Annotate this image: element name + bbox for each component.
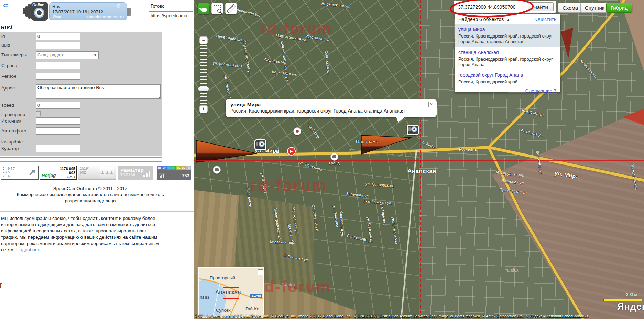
zoom-in-button[interactable]: + xyxy=(199,105,208,113)
camera-lens-icon xyxy=(34,8,44,18)
weekday-strip: ВТСРЧТПТСБВСПН xyxy=(157,166,191,170)
source-label: Источник xyxy=(1,118,21,124)
find-button[interactable]: Найти xyxy=(528,2,554,11)
visit-counter-badge[interactable]: 2 947 975 756 ↗ xyxy=(1,166,39,180)
layer-satellite-button[interactable]: Спутник xyxy=(580,3,609,13)
flash-ring-icon xyxy=(117,4,120,8)
attribution-text: ЭКС», Includes material © DigitalGlobe, … xyxy=(195,314,546,318)
url-input[interactable] xyxy=(149,11,193,20)
panorama-play-marker[interactable]: ▶ xyxy=(287,147,296,156)
rambler-top100-badge[interactable]: Рамблер ТОП100 xyxy=(118,166,153,180)
lastupdate-label: lastupdate xyxy=(1,139,23,145)
form-row-source: Источник xyxy=(0,117,162,126)
search-input[interactable] xyxy=(456,3,525,11)
map-street-label: Киевский пер. xyxy=(270,240,295,245)
zoom-out-button[interactable]: − xyxy=(199,36,208,44)
rd-forum-watermark: rd-forum xyxy=(250,176,327,195)
clear-results-link[interactable]: Очистить xyxy=(535,17,556,22)
zoom-slider-thumb[interactable] xyxy=(198,87,209,91)
shop-marker[interactable] xyxy=(213,166,221,174)
balloon-title: улица Мира xyxy=(230,102,426,107)
section-title: Rus/ xyxy=(1,24,12,30)
form-row-camera-type: Тип камеры Стац. радар ▼ xyxy=(0,51,162,60)
minimap-place-label: Просторный xyxy=(210,275,235,280)
map-street-label: Панорама xyxy=(356,139,379,144)
ruler-tool-button[interactable] xyxy=(225,3,237,14)
minimap[interactable]: ПросторныйАнапскаяапаСупсехГай-Ко А-290 … xyxy=(198,267,264,318)
hotlog-logo: Hot xyxy=(42,173,49,178)
layer-hybrid-button[interactable]: Гибрид xyxy=(606,3,632,13)
id-input[interactable] xyxy=(36,33,80,40)
result-title-link[interactable]: улица Мира xyxy=(458,26,485,32)
counter-value: +757 xyxy=(60,175,75,179)
minimap-collapse-button[interactable]: − xyxy=(258,269,263,275)
yandex-watermark: Yandex xyxy=(505,268,519,273)
stats-counter-badge[interactable]: 15194 592 1 ♟♟♟ xyxy=(78,166,116,180)
counter-badges: 2 947 975 756 ↗ 1176 695 608 +757 Hot∫og… xyxy=(1,166,193,180)
back-link[interactable]: <= xyxy=(3,3,8,8)
speedcam-cone-east xyxy=(623,109,644,125)
id-label: id xyxy=(1,34,5,39)
form-row-photo-author: Автор фото xyxy=(0,127,162,136)
balloon-description: Россия, Краснодарский край, городской ок… xyxy=(230,108,426,114)
yandex-logo: Яндекс xyxy=(617,301,644,312)
result-title-link[interactable]: городской округ Город Анапа xyxy=(458,72,523,78)
counter-value: 1 xyxy=(80,175,90,179)
table-name: Rus xyxy=(52,4,124,9)
top100-label: ТОП100 xyxy=(120,173,135,177)
uuid-label: uuid xyxy=(1,43,10,48)
weekday-informer-badge[interactable]: ВТСРЧТПТСБВСПН 753 xyxy=(157,166,191,180)
country-input[interactable] xyxy=(36,62,80,69)
next-results-link[interactable]: Следующие 3 xyxy=(455,87,560,96)
map-street-label: Анапская xyxy=(407,168,436,175)
speedcam-marker-center[interactable] xyxy=(407,125,419,135)
speedcamonline-admin-page: <= Online Rus 17/07/2017 10:16 | 20712 V… xyxy=(0,0,644,319)
logo-online-label: Online xyxy=(32,3,44,7)
result-title-link[interactable]: станица Анапская xyxy=(458,50,499,55)
road-a290-badge: А-290 xyxy=(250,294,262,298)
photo-author-input[interactable] xyxy=(36,127,80,135)
counter-value: 975 xyxy=(3,171,15,174)
zoom-scale-ladder[interactable] xyxy=(200,45,207,105)
form-row-speed: speed xyxy=(0,102,162,110)
counter-value: 1176 695 xyxy=(60,167,75,171)
footer-divider xyxy=(0,211,194,212)
curator-input[interactable] xyxy=(36,145,80,152)
form-row-address: Адрес Обзорная карта по таблице Rus xyxy=(0,84,162,100)
scale-label: 300 м xyxy=(626,292,637,297)
yandex-map[interactable]: Набережная ул.Набережная ул.Первомайская… xyxy=(194,0,644,319)
status-input[interactable] xyxy=(149,2,193,10)
hotlog-badge[interactable]: 1176 695 608 +757 Hot∫og xyxy=(40,166,77,180)
address-textarea[interactable]: Обзорная карта по таблице Rus xyxy=(36,84,161,99)
found-count-toggle[interactable]: Найдено 6 объектов xyxy=(458,17,504,22)
cookie-more-link[interactable]: Подробнее... xyxy=(16,247,44,252)
verified-checkbox[interactable] xyxy=(36,111,41,116)
source-input[interactable] xyxy=(36,117,80,125)
balloon-close-button[interactable]: × xyxy=(428,102,434,107)
layer-scheme-button[interactable]: Схема xyxy=(558,3,582,13)
zoom-select-tool-button[interactable] xyxy=(211,3,223,14)
camera-type-select[interactable]: Стац. радар ▼ xyxy=(36,51,99,59)
pan-tool-button[interactable] xyxy=(198,3,209,14)
weekday-cell: СР xyxy=(162,166,167,170)
brand-panel: Rus 17/07/2017 10:16 | 20712 View speedc… xyxy=(49,2,127,20)
camera-clamp-icon xyxy=(127,8,131,16)
speedcam-cone-northeast xyxy=(561,28,573,59)
speedcam-cone-west xyxy=(196,140,257,162)
minimap-place-label: апа xyxy=(199,294,209,301)
uuid-input[interactable] xyxy=(36,42,80,49)
terms-of-use-link[interactable]: Условия использования xyxy=(546,314,588,318)
speedcam-marker-west[interactable] xyxy=(254,139,266,150)
camera-type-value: Стац. радар xyxy=(37,52,63,57)
camera-type-label: Тип камеры xyxy=(1,52,27,57)
store-marker[interactable] xyxy=(330,153,338,161)
search-result-item: городской округ Город Анапа Россия, Крас… xyxy=(455,70,560,87)
map-street-label: Гранд xyxy=(329,161,340,165)
balloon-tail xyxy=(396,117,405,123)
map-attribution: ЭКС», Includes material © DigitalGlobe, … xyxy=(195,314,643,318)
weekday-cell: ЧТ xyxy=(167,166,172,170)
speed-input[interactable] xyxy=(36,102,80,109)
poi-marker[interactable] xyxy=(293,127,301,135)
header-divider xyxy=(0,23,194,23)
region-input[interactable] xyxy=(36,73,80,80)
